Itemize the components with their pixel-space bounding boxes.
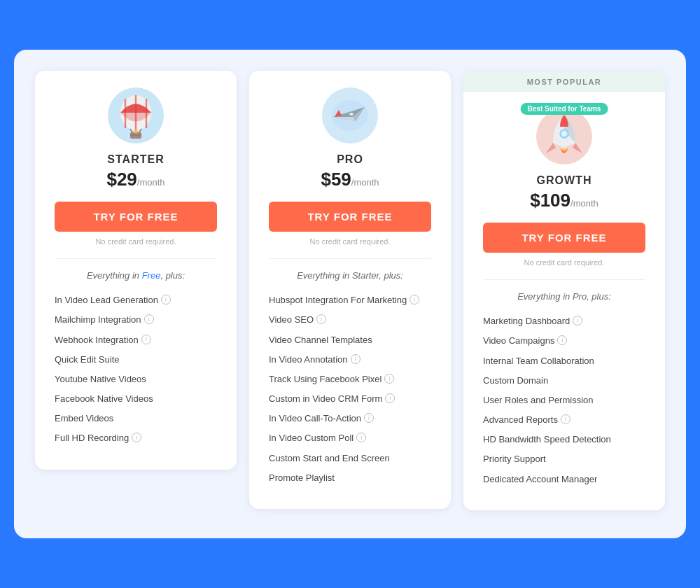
feature-item: Mailchimp Integration i xyxy=(55,310,217,330)
feature-item: In Video Call-To-Action i xyxy=(269,409,431,428)
feature-text: Custom in Video CRM Form xyxy=(269,393,382,405)
info-icon[interactable]: i xyxy=(364,413,374,423)
price-amount: $109 xyxy=(530,190,570,211)
info-icon[interactable]: i xyxy=(161,295,171,304)
info-icon[interactable]: i xyxy=(132,433,141,442)
feature-item: HD Bandwidth Speed Detection xyxy=(483,430,645,449)
feature-item: User Roles and Permission xyxy=(483,391,645,410)
most-popular-banner: MOST POPULAR xyxy=(463,71,665,92)
try-free-button-growth[interactable]: TRY FOR FREE xyxy=(483,223,645,253)
feature-item: Track Using Facebook Pixel i xyxy=(269,370,431,389)
plans-wrapper: STARTER$29/monthTRY FOR FREENo credit ca… xyxy=(35,71,665,510)
feature-text: Video SEO xyxy=(269,314,314,326)
feature-text: User Roles and Permission xyxy=(483,394,594,407)
plan-name: PRO xyxy=(269,153,431,166)
feature-item: Hubspot Integration For Marketing i xyxy=(269,290,431,310)
feature-text: Track Using Facebook Pixel xyxy=(269,373,382,386)
feature-text: HD Bandwidth Speed Detection xyxy=(483,433,611,446)
feature-text: In Video Custom Poll xyxy=(269,432,354,444)
feature-item: Advanced Reports i xyxy=(483,410,645,430)
price-period: /month xyxy=(351,177,379,188)
info-icon[interactable]: i xyxy=(351,354,360,364)
feature-list: Marketing Dashboard iVideo Campaigns iIn… xyxy=(483,312,645,489)
info-icon[interactable]: i xyxy=(316,314,326,324)
feature-list: Hubspot Integration For Marketing iVideo… xyxy=(269,290,431,488)
pro-illustration xyxy=(322,88,378,144)
feature-text: Priority Support xyxy=(483,453,546,465)
svg-point-12 xyxy=(562,132,567,136)
info-icon[interactable]: i xyxy=(573,316,582,326)
feature-text: Dedicated Account Manager xyxy=(483,473,597,486)
plan-image-wrap: Best Suited for Teams xyxy=(483,108,645,164)
feature-text: Full HD Recording xyxy=(55,432,129,444)
feature-text: Advanced Reports xyxy=(483,414,558,426)
try-free-button-pro[interactable]: TRY FOR FREE xyxy=(269,202,431,232)
price-period: /month xyxy=(137,177,165,188)
feature-item: Webhook Integration i xyxy=(55,330,217,350)
feature-text: In Video Annotation xyxy=(269,354,348,366)
no-credit-text: No credit card required. xyxy=(483,258,645,267)
feature-item: Marketing Dashboard i xyxy=(483,312,645,331)
feature-list: In Video Lead Generation iMailchimp Inte… xyxy=(55,290,217,449)
everything-in: Everything in Starter, plus: xyxy=(269,270,431,281)
feature-text: Internal Team Collaboration xyxy=(483,355,594,368)
plan-price: $29/month xyxy=(55,169,217,190)
everything-in: Everything in Pro, plus: xyxy=(483,291,645,302)
feature-item: Facebook Native Videos xyxy=(55,389,217,409)
feature-text: Custom Start and End Screen xyxy=(269,452,390,465)
starter-illustration xyxy=(108,88,164,144)
info-icon[interactable]: i xyxy=(410,295,419,304)
feature-text: In Video Lead Generation xyxy=(55,294,158,307)
feature-item: Promote Playlist xyxy=(269,468,431,488)
feature-item: Custom in Video CRM Form i xyxy=(269,389,431,409)
feature-text: Custom Domain xyxy=(483,374,548,387)
feature-item: Quick Edit Suite xyxy=(55,350,217,370)
plan-price: $59/month xyxy=(269,169,431,190)
no-credit-text: No credit card required. xyxy=(55,237,217,246)
price-amount: $59 xyxy=(321,169,351,190)
feature-text: Marketing Dashboard xyxy=(483,315,570,328)
feature-text: Youtube Native Videos xyxy=(55,373,146,386)
feature-text: Webhook Integration xyxy=(55,334,139,346)
feature-item: In Video Custom Poll i xyxy=(269,428,431,448)
growth-illustration xyxy=(536,108,592,164)
feature-item: Custom Domain xyxy=(483,371,645,391)
plan-name: STARTER xyxy=(55,153,217,166)
plan-price: $109/month xyxy=(483,190,645,211)
feature-text: Video Channel Templates xyxy=(269,334,372,346)
info-icon[interactable]: i xyxy=(356,433,366,442)
best-suited-badge: Best Suited for Teams xyxy=(521,103,608,115)
feature-item: Full HD Recording i xyxy=(55,428,217,448)
feature-item: Video Channel Templates xyxy=(269,330,431,350)
plan-card-pro: PRO$59/monthTRY FOR FREENo credit card r… xyxy=(249,71,451,509)
feature-text: Quick Edit Suite xyxy=(55,354,120,366)
free-link[interactable]: Free xyxy=(142,270,161,281)
info-icon[interactable]: i xyxy=(557,335,567,345)
svg-point-10 xyxy=(349,113,354,115)
feature-item: Custom Start and End Screen xyxy=(269,449,431,468)
feature-item: Embed Videos xyxy=(55,409,217,428)
feature-text: Promote Playlist xyxy=(269,472,335,484)
info-icon[interactable]: i xyxy=(561,414,570,424)
info-icon[interactable]: i xyxy=(384,374,394,384)
feature-text: In Video Call-To-Action xyxy=(269,412,361,425)
info-icon[interactable]: i xyxy=(144,314,154,324)
price-amount: $29 xyxy=(106,169,136,190)
info-icon[interactable]: i xyxy=(385,393,395,403)
info-icon[interactable]: i xyxy=(141,335,151,344)
plan-card-starter: STARTER$29/monthTRY FOR FREENo credit ca… xyxy=(35,71,237,470)
feature-text: Hubspot Integration For Marketing xyxy=(269,294,407,307)
pricing-page: STARTER$29/monthTRY FOR FREENo credit ca… xyxy=(14,50,686,538)
plan-image-wrap xyxy=(55,88,217,144)
feature-item: Video SEO i xyxy=(269,310,431,330)
try-free-button-starter[interactable]: TRY FOR FREE xyxy=(55,202,217,232)
plan-name: GROWTH xyxy=(483,174,645,187)
feature-item: Video Campaigns i xyxy=(483,331,645,351)
feature-item: Youtube Native Videos xyxy=(55,370,217,389)
plan-image-wrap xyxy=(269,88,431,144)
feature-text: Mailchimp Integration xyxy=(55,314,141,326)
feature-text: Video Campaigns xyxy=(483,335,554,347)
feature-text: Embed Videos xyxy=(55,412,113,425)
feature-item: Dedicated Account Manager xyxy=(483,470,645,489)
feature-item: Priority Support xyxy=(483,449,645,469)
